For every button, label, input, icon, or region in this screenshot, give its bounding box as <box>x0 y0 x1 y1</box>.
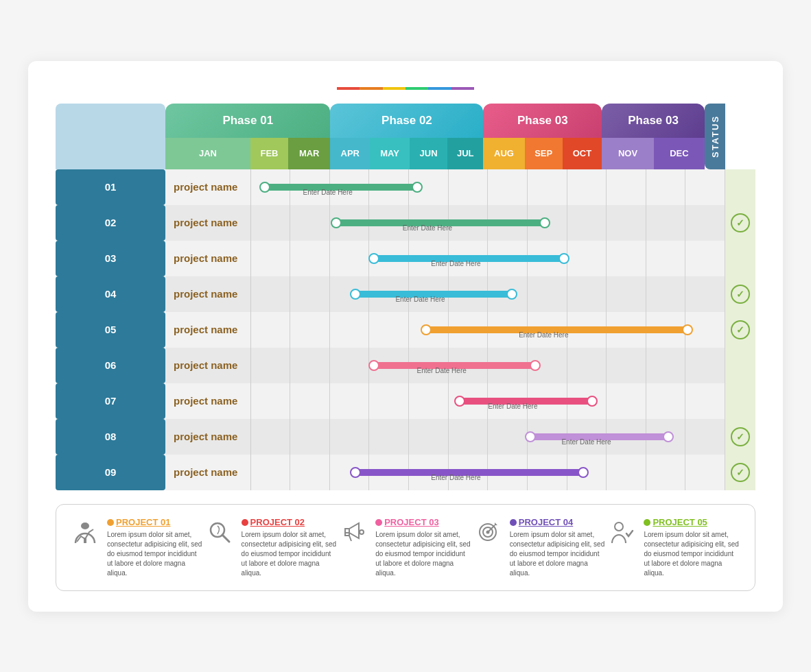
bar-start-dot <box>525 431 536 442</box>
footer-legend: PROJECT 01 Lorem ipsum dolor sit amet, c… <box>56 504 755 591</box>
row-number: 04 <box>56 276 165 312</box>
month-jun: JUN <box>410 138 447 169</box>
project-name: project name <box>165 312 250 348</box>
header-divider <box>337 87 474 90</box>
bar-end-dot <box>663 431 674 442</box>
legend-item: PROJECT 04 Lorem ipsum dolor sit amet, c… <box>473 517 607 578</box>
status-cell: ✓ <box>725 205 755 241</box>
bar-end-dot <box>682 324 693 335</box>
bar-end-dot <box>530 360 541 371</box>
legend-title: PROJECT 04 <box>510 517 607 527</box>
gantt-table: Phase 01 Phase 02 Phase 03 Phase 03 STAT… <box>56 104 755 490</box>
phase-04-header: Phase 03 <box>602 104 705 138</box>
header <box>56 87 755 90</box>
project-name: project name <box>165 276 250 312</box>
table-row: 04project nameEnter Date Here✓ <box>56 276 755 312</box>
table-row: 01project nameEnter Date Here <box>56 169 755 205</box>
row-number: 09 <box>56 455 165 490</box>
legend-icon <box>607 517 637 547</box>
gantt-bar-cell: Enter Date Here <box>250 205 725 241</box>
bar-label: Enter Date Here <box>395 296 445 303</box>
phase-01-header: Phase 01 <box>165 104 330 138</box>
svg-point-10 <box>615 523 623 531</box>
bar-end-dot <box>559 253 569 264</box>
gantt-bar-cell: Enter Date Here <box>250 276 725 312</box>
bar-start-dot <box>350 467 361 478</box>
status-cell <box>725 383 755 419</box>
bar-label: Enter Date Here <box>488 403 537 410</box>
legend-text: Lorem ipsum dolor sit amet, consectetur … <box>644 530 741 578</box>
page-wrapper: Phase 01 Phase 02 Phase 03 Phase 03 STAT… <box>28 61 783 612</box>
legend-content: PROJECT 03 Lorem ipsum dolor sit amet, c… <box>375 517 473 578</box>
year-cell <box>56 104 165 169</box>
bar-end-dot <box>506 289 517 300</box>
gantt-bar-cell: Enter Date Here <box>250 169 725 205</box>
status-header: STATUS <box>705 104 725 169</box>
bar-end-dot <box>412 182 423 193</box>
bar-start-dot <box>421 324 432 335</box>
row-number: 01 <box>56 169 165 205</box>
bar-start-dot <box>350 289 361 300</box>
table-row: 08project nameEnter Date Here✓ <box>56 419 755 455</box>
status-cell <box>725 241 755 276</box>
row-number: 03 <box>56 241 165 276</box>
legend-title: PROJECT 05 <box>644 517 741 527</box>
status-cell: ✓ <box>725 455 755 490</box>
month-dec: DEC <box>654 138 705 169</box>
month-aug: AUG <box>483 138 524 169</box>
bar-start-dot <box>368 253 379 264</box>
table-row: 06project nameEnter Date Here <box>56 348 755 383</box>
month-nov: NOV <box>602 138 654 169</box>
month-apr: APR <box>330 138 370 169</box>
legend-content: PROJECT 01 Lorem ipsum dolor sit amet, c… <box>107 517 204 578</box>
bar-start-dot <box>331 217 342 228</box>
bar-label: Enter Date Here <box>417 367 467 374</box>
legend-content: PROJECT 02 Lorem ipsum dolor sit amet, c… <box>242 517 339 578</box>
legend-item: PROJECT 03 Lorem ipsum dolor sit amet, c… <box>338 517 473 578</box>
legend-title: PROJECT 03 <box>375 517 473 527</box>
gantt-container: Phase 01 Phase 02 Phase 03 Phase 03 STAT… <box>56 104 755 490</box>
project-name: project name <box>165 419 250 455</box>
month-jan: JAN <box>165 138 250 169</box>
legend-text: Lorem ipsum dolor sit amet, consectetur … <box>242 530 339 578</box>
table-row: 09project nameEnter Date Here✓ <box>56 455 755 490</box>
legend-content: PROJECT 04 Lorem ipsum dolor sit amet, c… <box>510 517 607 578</box>
bar-label: Enter Date Here <box>561 438 611 446</box>
legend-icon <box>204 517 235 547</box>
month-jul: JUL <box>447 138 483 169</box>
project-name: project name <box>165 455 250 490</box>
bar-label: Enter Date Here <box>403 224 452 232</box>
project-name: project name <box>165 205 250 241</box>
legend-title: PROJECT 01 <box>107 517 204 527</box>
table-row: 03project nameEnter Date Here <box>56 241 755 276</box>
row-number: 07 <box>56 383 165 419</box>
legend-text: Lorem ipsum dolor sit amet, consectetur … <box>510 530 607 578</box>
month-oct: OCT <box>563 138 602 169</box>
legend-text: Lorem ipsum dolor sit amet, consectetur … <box>375 530 473 578</box>
legend-text: Lorem ipsum dolor sit amet, consectetur … <box>107 530 204 578</box>
phase-02-header: Phase 02 <box>330 104 483 138</box>
svg-line-3 <box>222 535 229 542</box>
month-mar: MAR <box>288 138 331 169</box>
bar-label: Enter Date Here <box>431 474 480 481</box>
bar-label: Enter Date Here <box>431 260 480 267</box>
bar-start-dot <box>259 182 270 193</box>
legend-title: PROJECT 02 <box>242 517 339 527</box>
row-number: 08 <box>56 419 165 455</box>
month-feb: FEB <box>250 138 288 169</box>
legend-item: PROJECT 01 Lorem ipsum dolor sit amet, c… <box>70 517 204 578</box>
status-cell <box>725 348 755 383</box>
status-cell <box>725 169 755 205</box>
row-number: 05 <box>56 312 165 348</box>
status-cell: ✓ <box>725 419 755 455</box>
bar-end-dot <box>587 396 598 407</box>
project-name: project name <box>165 348 250 383</box>
bar-start-dot <box>368 360 379 371</box>
gantt-bar-cell: Enter Date Here <box>250 241 725 276</box>
project-name: project name <box>165 169 250 205</box>
row-number: 02 <box>56 205 165 241</box>
table-row: 02project nameEnter Date Here✓ <box>56 205 755 241</box>
legend-icon <box>473 517 503 547</box>
month-may: MAY <box>370 138 410 169</box>
bar-label: Enter Date Here <box>303 189 353 196</box>
